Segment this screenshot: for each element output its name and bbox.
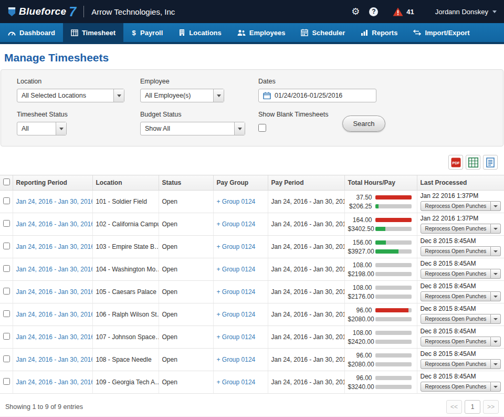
reprocess-open-punches-button[interactable]: Reprocess Open Punches [421,201,491,211]
reporting-period-link[interactable]: Jan 24, 2016 - Jan 30, 2016 [16,288,93,296]
tab-import-export[interactable]: Import/Export [405,23,477,42]
reporting-period-link[interactable]: Jan 24, 2016 - Jan 30, 2016 [16,333,93,341]
budget-status-dropdown[interactable]: Show All [140,122,245,135]
tab-scheduler[interactable]: Scheduler [293,23,353,42]
search-button[interactable]: Search [342,116,385,132]
header-last-processed[interactable]: Last Processed [417,175,504,191]
reprocess-dropdown-button[interactable] [491,269,501,279]
header-pay-period[interactable]: Pay Period [268,175,344,191]
row-checkbox[interactable] [3,197,10,204]
table-row: Jan 24, 2016 - Jan 30, 2016 109 - Georgi… [0,371,504,394]
reprocess-dropdown-button[interactable] [491,291,501,301]
total-hours: 37.50 [348,194,375,201]
user-menu[interactable]: Jordann Donskey [435,8,497,16]
reprocess-open-punches-button[interactable]: Reprocess Open Punches [421,224,491,234]
pagination-prev-button[interactable]: << [446,400,462,414]
pagination-next-button[interactable]: >> [483,400,499,414]
reprocess-open-punches-button[interactable]: Reprocess Open Punches [421,314,491,324]
total-pay: $2176.00 [348,293,375,300]
reporting-period-link[interactable]: Jan 24, 2016 - Jan 30, 2016 [16,356,93,363]
reporting-period-link[interactable]: Jan 24, 2016 - Jan 30, 2016 [16,266,93,273]
chevron-down-icon [213,89,224,102]
pay-group-link[interactable]: + Group 0124 [217,379,256,386]
pay-group-link[interactable]: + Group 0124 [217,198,256,205]
reprocess-open-punches-button[interactable]: Reprocess Open Punches [421,337,491,346]
alerts-button[interactable]: 41 [393,7,414,16]
total-hours-pay-cell: 156.00 $3927.00 [344,236,417,258]
pay-group-link[interactable]: + Group 0124 [217,356,256,363]
tab-locations[interactable]: Locations [171,23,229,42]
reprocess-open-punches-button[interactable]: Reprocess Open Punches [421,291,491,301]
reprocess-open-punches-button[interactable]: Reprocess Open Punches [421,246,491,256]
header-status[interactable]: Status [159,175,213,191]
warning-triangle-icon [393,7,403,16]
reporting-period-link[interactable]: Jan 24, 2016 - Jan 30, 2016 [16,198,93,205]
reporting-period-link[interactable]: Jan 24, 2016 - Jan 30, 2016 [16,311,93,318]
tab-employees[interactable]: Employees [229,23,293,42]
row-checkbox[interactable] [3,265,10,272]
reporting-period-link[interactable]: Jan 24, 2016 - Jan 30, 2016 [16,379,93,386]
pay-group-link[interactable]: + Group 0124 [217,288,256,296]
row-checkbox[interactable] [3,243,10,249]
reprocess-dropdown-button[interactable] [491,382,501,392]
location-label: Location [17,78,140,85]
chevron-down-icon [494,341,498,343]
chevron-down-icon [492,10,497,13]
total-hours: 108.00 [348,329,375,337]
last-processed-cell: Dec 8 2015 8:45AM Reprocess Open Punches [417,349,504,371]
hours-progress-bar [375,263,412,267]
pay-period-cell: Jan 24, 2016 - Jan 30, 2016 [268,371,344,394]
brand-logo[interactable]: Blueforce7 [7,4,76,19]
tab-timesheet[interactable]: Timesheet [63,23,123,42]
reprocess-open-punches-button[interactable]: Reprocess Open Punches [421,382,491,392]
export-pdf-button[interactable]: PDF [448,155,463,170]
header-pay-group[interactable]: Pay Group [213,175,268,191]
table-footer: Showing 1 to 9 of 9 entries << 1 >> [0,394,504,420]
location-dropdown[interactable]: All Selected Locations [17,89,124,102]
pay-group-link[interactable]: + Group 0124 [217,333,256,341]
gear-icon[interactable]: ⚙ [351,7,360,16]
tab-payroll[interactable]: $ Payroll [123,23,171,42]
help-icon[interactable]: ? [369,7,378,16]
row-checkbox[interactable] [3,378,10,385]
header-location[interactable]: Location [92,175,159,191]
reprocess-dropdown-button[interactable] [491,224,501,234]
divider [83,6,84,17]
pay-group-link[interactable]: + Group 0124 [217,243,256,250]
tab-dashboard[interactable]: Dashboard [0,23,63,42]
show-blank-checkbox[interactable] [258,124,266,132]
employee-dropdown[interactable]: All Employee(s) [140,89,224,102]
pagination-page-1-button[interactable]: 1 [465,400,480,414]
timesheet-status-dropdown[interactable]: All [17,122,67,135]
total-hours: 156.00 [348,239,375,246]
header-total-hours-pay[interactable]: Total Hours/Pay [344,175,417,191]
reprocess-dropdown-button[interactable] [491,314,501,324]
export-excel-button[interactable] [466,155,480,170]
bottom-accent-strip [0,417,504,420]
export-document-button[interactable] [483,155,498,170]
tab-reports[interactable]: Reports [353,23,405,42]
pay-group-link[interactable]: + Group 0124 [217,220,256,228]
reprocess-dropdown-button[interactable] [491,246,501,256]
row-checkbox[interactable] [3,333,10,340]
reprocess-dropdown-button[interactable] [491,201,501,211]
table-row: Jan 24, 2016 - Jan 30, 2016 107 - Johnso… [0,326,504,349]
reprocess-open-punches-button[interactable]: Reprocess Open Punches [421,359,491,369]
reprocess-open-punches-button[interactable]: Reprocess Open Punches [421,269,491,279]
reprocess-dropdown-button[interactable] [491,359,501,369]
reporting-period-link[interactable]: Jan 24, 2016 - Jan 30, 2016 [16,243,93,250]
select-all-checkbox[interactable] [3,178,10,185]
brand-name: Blueforce [19,6,66,17]
pay-progress-bar [375,295,412,299]
dates-input[interactable]: 01/24/2016-01/25/2016 [258,89,376,102]
pay-group-link[interactable]: + Group 0124 [217,311,256,318]
row-checkbox[interactable] [3,310,10,317]
pay-period-cell: Jan 24, 2016 - Jan 30, 2016 [268,213,344,236]
reporting-period-link[interactable]: Jan 24, 2016 - Jan 30, 2016 [16,220,93,228]
row-checkbox[interactable] [3,355,10,362]
reprocess-dropdown-button[interactable] [491,337,501,346]
pay-group-link[interactable]: + Group 0124 [217,266,256,273]
row-checkbox[interactable] [3,220,10,227]
row-checkbox[interactable] [3,288,10,295]
header-reporting-period[interactable]: Reporting Period [13,175,92,191]
